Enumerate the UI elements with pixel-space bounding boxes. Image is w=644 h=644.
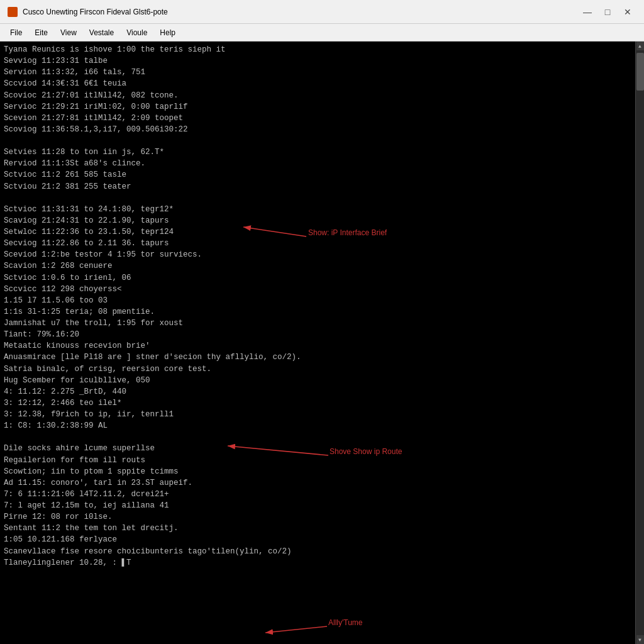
terminal-container: Tyana Reunics is ishove 1:00 the teris s… xyxy=(0,42,644,644)
menu-bar: FileEiteViewVestaleViouleHelp xyxy=(0,24,644,42)
menu-item-vestale[interactable]: Vestale xyxy=(84,26,119,39)
menu-item-vioule[interactable]: Vioule xyxy=(121,26,152,39)
window-controls: — □ ✕ xyxy=(579,5,636,19)
terminal-content[interactable]: Tyana Reunics is ishove 1:00 the teris s… xyxy=(0,42,635,644)
minimize-button[interactable]: — xyxy=(579,5,596,19)
scrollbar-down-arrow[interactable]: ▼ xyxy=(636,635,644,644)
scrollbar[interactable]: ▲ ▼ xyxy=(635,42,644,644)
menu-item-view[interactable]: View xyxy=(55,26,82,39)
scrollbar-up-arrow[interactable]: ▲ xyxy=(636,42,644,50)
menu-item-eite[interactable]: Eite xyxy=(30,26,53,39)
maximize-button[interactable]: □ xyxy=(599,5,616,19)
scrollbar-thumb[interactable] xyxy=(636,53,644,91)
window-title: Cusco Unewting Firscon Fideval Glst6-pot… xyxy=(23,8,574,16)
app-icon xyxy=(8,7,18,17)
menu-item-file[interactable]: File xyxy=(5,26,27,39)
close-button[interactable]: ✕ xyxy=(619,5,636,19)
title-bar: Cusco Unewting Firscon Fideval Glst6-pot… xyxy=(0,0,644,24)
menu-item-help[interactable]: Help xyxy=(155,26,180,39)
